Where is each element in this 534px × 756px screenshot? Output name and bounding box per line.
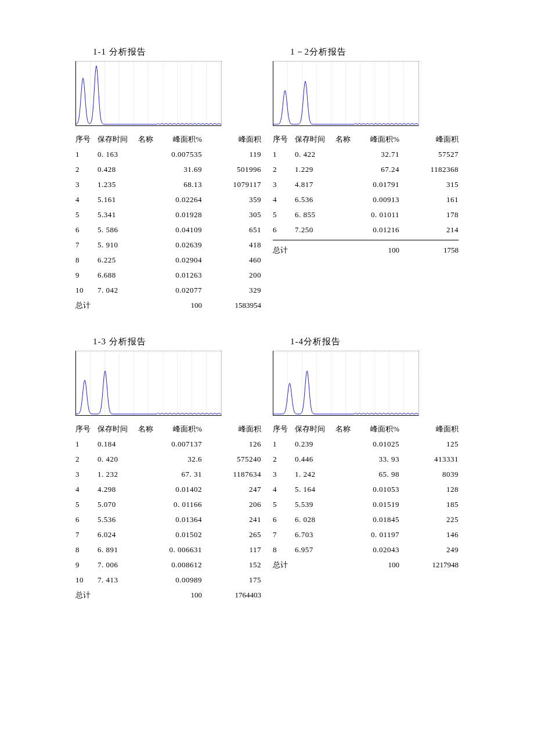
cell-idx: 5 <box>273 207 295 222</box>
col-area: 峰面积 <box>405 132 459 147</box>
cell-area: 265 <box>208 527 261 542</box>
cell-rt: 0.239 <box>295 437 335 452</box>
cell-name <box>138 162 156 177</box>
cell-pct: 0.007535 <box>156 147 208 162</box>
cell-pct: 0.00913 <box>353 192 405 207</box>
cell-area: 1079117 <box>208 177 261 192</box>
table-row: 86. 8910. 006631117 <box>75 542 261 557</box>
table-row: 55.0700. 01166206 <box>75 497 261 512</box>
cell-name <box>138 222 156 237</box>
cell-name <box>138 497 156 512</box>
cell-idx: 2 <box>273 162 295 177</box>
cell-pct: 67.24 <box>353 162 405 177</box>
col-name: 名称 <box>138 132 156 147</box>
total-pct: 100 <box>353 243 405 258</box>
cell-idx: 2 <box>75 162 98 177</box>
cell-idx: 3 <box>75 467 98 482</box>
cell-rt: 6.688 <box>98 268 138 283</box>
cell-name <box>138 207 156 222</box>
cell-area: 418 <box>208 237 261 253</box>
table-row: 55.3410.01928305 <box>75 207 261 222</box>
cell-pct: 65. 98 <box>353 467 405 482</box>
cell-idx: 7 <box>273 527 295 542</box>
cell-area: 315 <box>405 177 459 192</box>
cell-rt: 5. 586 <box>98 222 138 237</box>
table-row: 66. 0280.01845225 <box>273 512 459 527</box>
table-row: 10.1840.007137126 <box>75 437 261 452</box>
cell-idx: 6 <box>75 512 98 527</box>
cell-idx: 4 <box>273 192 295 207</box>
total-pct: 100 <box>156 588 208 603</box>
total-label: 总计 <box>273 243 295 258</box>
cell-idx: 4 <box>273 482 295 497</box>
cell-name <box>335 162 353 177</box>
divider <box>273 240 459 240</box>
cell-name <box>138 147 156 162</box>
cell-rt: 5. 164 <box>295 482 335 497</box>
total-label: 总计 <box>75 588 98 603</box>
table-row: 56. 8550. 01011178 <box>273 207 459 222</box>
cell-idx: 6 <box>273 512 295 527</box>
chromatogram-chart <box>273 61 419 126</box>
cell-area: 651 <box>208 222 261 237</box>
total-area: 1764403 <box>208 588 261 603</box>
cell-idx: 1 <box>75 437 98 452</box>
col-area: 峰面积 <box>208 132 261 147</box>
total-row: 总计1001583954 <box>75 298 261 313</box>
cell-name <box>138 573 156 588</box>
cell-rt: 6.024 <box>98 527 138 542</box>
col-idx: 序号 <box>75 132 98 147</box>
cell-idx: 8 <box>75 253 98 268</box>
cell-name <box>335 177 353 192</box>
cell-pct: 0.008612 <box>156 557 208 573</box>
cell-pct: 67. 31 <box>156 467 208 482</box>
report-2: 1－2分析报告序号保存时间名称峰面积%峰面积10. 42232.71575272… <box>273 46 459 313</box>
cell-rt: 6. 028 <box>295 512 335 527</box>
cell-idx: 5 <box>75 497 98 512</box>
cell-pct: 0.01025 <box>353 437 405 452</box>
cell-name <box>138 557 156 573</box>
cell-rt: 1. 232 <box>98 467 138 482</box>
cell-idx: 1 <box>75 147 98 162</box>
total-pct: 100 <box>156 298 208 313</box>
cell-pct: 0.04109 <box>156 222 208 237</box>
chromatogram-chart <box>75 351 222 416</box>
cell-rt: 5.070 <box>98 497 138 512</box>
total-row: 总计1001764403 <box>75 588 261 603</box>
table-row: 65.5360.01364241 <box>75 512 261 527</box>
cell-name <box>138 437 156 452</box>
cell-name <box>335 542 353 557</box>
table-row: 46.5360.00913161 <box>273 192 459 207</box>
cell-pct: 0.01928 <box>156 207 208 222</box>
table-row: 96.6880.01263200 <box>75 268 261 283</box>
cell-name <box>138 253 156 268</box>
cell-idx: 8 <box>273 542 295 557</box>
cell-idx: 1 <box>273 147 295 162</box>
cell-rt: 7. 006 <box>98 557 138 573</box>
cell-area: 152 <box>208 557 261 573</box>
cell-name <box>138 268 156 283</box>
cell-name <box>335 467 353 482</box>
chromatogram-chart <box>273 351 419 416</box>
cell-rt: 4.817 <box>295 177 335 192</box>
cell-rt: 5.161 <box>98 192 138 207</box>
col-area: 峰面积 <box>405 422 459 437</box>
cell-area: 125 <box>405 437 459 452</box>
table-header: 序号保存时间名称峰面积%峰面积 <box>273 132 459 147</box>
table-row: 21.22967.241182368 <box>273 162 459 177</box>
cell-name <box>335 497 353 512</box>
cell-pct: 32.71 <box>353 147 405 162</box>
cell-rt: 0.428 <box>98 162 138 177</box>
cell-pct: 0.01263 <box>156 268 208 283</box>
cell-idx: 4 <box>75 482 98 497</box>
col-rt: 保存时间 <box>98 132 138 147</box>
report-4: 1-4分析报告序号保存时间名称峰面积%峰面积10.2390.0102512520… <box>273 336 459 603</box>
table-row: 10. 42232.7157527 <box>273 147 459 162</box>
cell-name <box>138 283 156 298</box>
cell-name <box>335 527 353 542</box>
total-row: 总计1001758 <box>273 243 459 258</box>
table-row: 86.9570.02043249 <box>273 542 459 557</box>
cell-pct: 0.01791 <box>353 177 405 192</box>
cell-idx: 2 <box>75 452 98 467</box>
total-pct: 100 <box>353 557 405 573</box>
